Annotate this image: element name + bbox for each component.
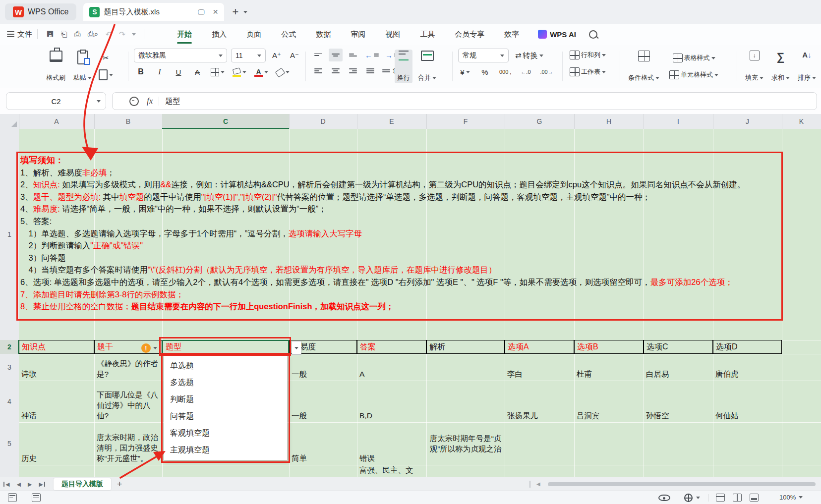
- paste-button[interactable]: 粘贴: [71, 50, 94, 83]
- cell-I4[interactable]: 孙悟空: [644, 381, 713, 422]
- first-sheet-button[interactable]: ◀: [3, 481, 9, 488]
- ribbon-tab-开始[interactable]: 开始: [167, 24, 202, 45]
- cell-J3[interactable]: 唐伯虎: [713, 354, 782, 381]
- dropdown-item-主观填空题[interactable]: 主观填空题: [164, 442, 287, 458]
- cell-D4[interactable]: 一般: [289, 381, 357, 422]
- align-center-button[interactable]: [329, 64, 343, 77]
- sort-button[interactable]: A↓ 排序: [795, 50, 819, 83]
- file-menu[interactable]: 文件: [7, 30, 32, 39]
- align-top-button[interactable]: [311, 49, 325, 61]
- ribbon-tab-插入[interactable]: 插入: [202, 24, 236, 45]
- column-header-B[interactable]: B: [94, 114, 163, 129]
- merge-cells-button[interactable]: 合并: [415, 50, 439, 83]
- add-sheet-button[interactable]: +: [117, 479, 122, 490]
- underline-button[interactable]: U: [172, 65, 185, 78]
- export-icon[interactable]: ⎗: [61, 30, 67, 39]
- align-bottom-button[interactable]: [346, 49, 360, 61]
- fill-color-button[interactable]: [231, 65, 248, 78]
- ribbon-tab-视图[interactable]: 视图: [375, 24, 410, 45]
- align-left-button[interactable]: [311, 64, 325, 77]
- cell-J2[interactable]: 选项D: [713, 340, 782, 354]
- currency-button[interactable]: ¥: [458, 65, 472, 78]
- cell-I3[interactable]: 白居易: [644, 354, 713, 381]
- column-headers[interactable]: ABCDEFGHIJK: [0, 114, 821, 129]
- column-header-J[interactable]: J: [713, 114, 782, 129]
- number-format-select[interactable]: 常规: [458, 49, 509, 62]
- column-header-A[interactable]: A: [19, 114, 95, 129]
- formula-input[interactable]: fx 题型: [112, 92, 817, 110]
- cell-E6[interactable]: 富强、民主、文: [357, 465, 426, 477]
- share-screen-icon[interactable]: 🖵: [198, 8, 205, 16]
- percent-button[interactable]: %: [478, 65, 492, 78]
- cell-B3[interactable]: 《静夜思》的作者是?: [94, 354, 162, 381]
- cell-E3[interactable]: A: [357, 354, 426, 381]
- fill-button[interactable]: ↓ 填充: [743, 50, 766, 83]
- cell-A5[interactable]: 历史: [19, 422, 94, 465]
- horizontal-scrollbar[interactable]: [548, 482, 816, 486]
- cell-B4[interactable]: 下面哪几位是《八仙过海》中的八仙?: [94, 381, 162, 422]
- cell-E4[interactable]: B,D: [357, 381, 426, 422]
- scroll-left-icon[interactable]: ◀: [536, 481, 540, 487]
- new-tab-button[interactable]: +: [232, 5, 238, 18]
- column-header-F[interactable]: F: [426, 114, 505, 129]
- print-icon[interactable]: ⎙: [74, 30, 81, 39]
- print-preview-icon[interactable]: ⎙⌕: [88, 30, 99, 39]
- cell-H3[interactable]: 杜甫: [574, 354, 644, 381]
- fx-icon[interactable]: fx: [147, 96, 153, 106]
- ribbon-tab-审阅[interactable]: 审阅: [341, 24, 375, 45]
- cell-J4[interactable]: 何仙姑: [713, 381, 782, 422]
- cell-A2[interactable]: 知识点: [19, 340, 94, 354]
- cell-A4[interactable]: 神话: [19, 381, 94, 422]
- tab-list-chevron-icon[interactable]: [243, 11, 247, 13]
- wps-ai-button[interactable]: WPS AI: [538, 30, 576, 39]
- cell-reference-box[interactable]: C2: [6, 92, 106, 110]
- ribbon-tab-公式[interactable]: 公式: [271, 24, 306, 45]
- ribbon-tab-效率[interactable]: 效率: [494, 24, 529, 45]
- eye-protection-icon[interactable]: [658, 495, 670, 501]
- font-color-button[interactable]: A: [253, 65, 270, 78]
- row-headers[interactable]: [0, 129, 19, 477]
- clear-format-button[interactable]: [275, 65, 291, 78]
- last-sheet-button[interactable]: ▶: [39, 481, 45, 488]
- cell-G3[interactable]: 李白: [505, 354, 574, 381]
- quick-access-chevron-icon[interactable]: [132, 33, 136, 36]
- increase-decimal-button[interactable]: ←.0: [519, 65, 532, 78]
- dropdown-item-判断题[interactable]: 判断题: [164, 391, 287, 408]
- zoom-formula-icon[interactable]: [129, 97, 139, 106]
- row-header-3[interactable]: 3: [0, 363, 19, 371]
- document-tab[interactable]: S 题目导入模板.xls 🖵 ✕: [83, 3, 224, 21]
- zoom-control[interactable]: 100%: [779, 494, 803, 501]
- column-header-E[interactable]: E: [357, 114, 427, 129]
- cell-H4[interactable]: 吕洞宾: [574, 381, 644, 422]
- cell-I2[interactable]: 选项C: [644, 340, 713, 354]
- cell-F5[interactable]: 唐太宗时期年号是“贞观”所以称为贞观之治: [426, 422, 505, 465]
- align-right-button[interactable]: [346, 64, 360, 77]
- row-header-4[interactable]: 4: [0, 397, 19, 405]
- conditional-format-button[interactable]: 条件格式: [626, 50, 662, 83]
- font-size-select[interactable]: 11: [231, 49, 266, 62]
- document-outline-icon[interactable]: [32, 493, 41, 502]
- cell-E2[interactable]: 答案: [357, 340, 426, 354]
- column-header-I[interactable]: I: [644, 114, 713, 129]
- cell-A3[interactable]: 诗歌: [19, 354, 94, 381]
- format-painter-button[interactable]: 格式刷: [44, 50, 68, 83]
- cell-F2[interactable]: 解析: [426, 340, 505, 354]
- rows-columns-button[interactable]: 行和列: [568, 49, 607, 61]
- macro-record-icon[interactable]: [8, 493, 17, 502]
- copy-button[interactable]: [97, 68, 115, 81]
- page-break-view-icon[interactable]: [750, 494, 759, 502]
- dropdown-item-问答题[interactable]: 问答题: [164, 408, 287, 425]
- worksheet-button[interactable]: 工作表: [568, 65, 607, 78]
- cell-style-button[interactable]: 单元格样式: [668, 68, 720, 81]
- dropdown-item-客观填空题[interactable]: 客观填空题: [164, 425, 287, 442]
- table-style-button[interactable]: 表格样式: [668, 52, 720, 64]
- wrap-text-button[interactable]: 换行: [395, 50, 412, 83]
- ribbon-tab-页面[interactable]: 页面: [236, 24, 271, 45]
- decrease-font-button[interactable]: A⁻: [288, 49, 301, 62]
- save-icon[interactable]: 🖪: [46, 30, 54, 39]
- cell-D3[interactable]: 一般: [289, 354, 357, 381]
- column-header-D[interactable]: D: [289, 114, 357, 129]
- pan-tool-icon[interactable]: [684, 494, 693, 502]
- column-header-K[interactable]: K: [782, 114, 821, 129]
- undo-icon[interactable]: ↶: [105, 30, 112, 39]
